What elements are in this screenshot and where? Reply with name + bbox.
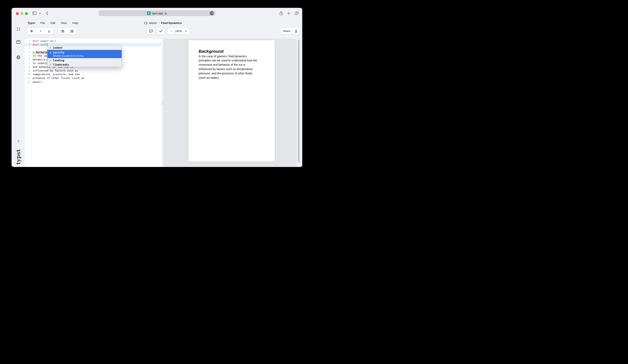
share-page-button[interactable] (279, 8, 284, 18)
underline-label: U (48, 29, 50, 33)
files-box-icon (16, 40, 20, 44)
code-text: presence of other fluids (such as (32, 76, 84, 79)
page-settings-button[interactable] (210, 11, 214, 15)
bullet-list-icon (60, 30, 64, 33)
site-favicon: t (147, 11, 151, 15)
preview-text-line: principles can be used to understand how… (199, 58, 257, 63)
app-menubar: TypstFileEditViewHelp Martin › Fluid Dyn… (11, 18, 302, 27)
zoom-out-button[interactable]: − (168, 28, 175, 34)
autocomplete-item-justify[interactable]: pjustifyWhether to justify text in its l… (47, 50, 122, 58)
app-menus: TypstFileEditViewHelp (28, 18, 78, 27)
minimize-window-button[interactable] (20, 12, 23, 15)
sidebar-icon (33, 11, 36, 15)
menu-item-view[interactable]: View (61, 21, 67, 24)
download-button[interactable] (292, 28, 299, 34)
bullet-list-button[interactable] (58, 28, 67, 34)
plus-icon (287, 12, 290, 15)
italic-label: I (40, 29, 41, 33)
autocomplete-popup: pindentpjustifyWhether to justify text i… (47, 45, 122, 67)
close-window-button[interactable] (16, 12, 19, 15)
document-title[interactable]: Fluid Dynamics (161, 21, 182, 24)
autocomplete-label: linebreaks (53, 63, 69, 66)
browser-titlebar: t typst.app (11, 8, 302, 18)
param-kind-icon: p (50, 46, 51, 49)
menu-item-file[interactable]: File (40, 21, 45, 24)
tab-overview-button[interactable] (294, 8, 299, 18)
menu-item-typst[interactable]: Typst (28, 21, 35, 24)
cloud-icon (144, 22, 148, 24)
breadcrumb[interactable]: Martin › Fluid Dynamics (144, 18, 182, 27)
site-url: typst.app (152, 12, 163, 15)
preview-paragraph: In the case of glaciers, fluid dynamicsp… (199, 54, 257, 80)
settings-button[interactable] (16, 55, 21, 60)
autocomplete-item-indent[interactable]: pindent (47, 46, 122, 50)
svg-text:2: 2 (70, 31, 71, 32)
typst-logo: typst (15, 149, 21, 164)
editor-toolbar: B I U 1 2 (11, 27, 302, 36)
italic-button[interactable]: I (36, 28, 45, 34)
code-line[interactable]: 9influenced by factors such as (25, 69, 161, 73)
preview-scroll-track (297, 39, 302, 167)
code-line[interactable]: 12water). (25, 80, 161, 84)
numbered-list-button[interactable]: 1 2 (67, 28, 76, 34)
lock-icon (164, 12, 167, 15)
traffic-lights (16, 12, 28, 15)
underline-button[interactable]: U (45, 28, 53, 34)
help-button[interactable]: ? (17, 140, 19, 144)
sidebar-toggle-button[interactable] (32, 8, 37, 18)
autocomplete-label: indent (53, 46, 63, 49)
autocomplete-item-linebreaks[interactable]: plinebreaks (47, 63, 122, 67)
comments-button[interactable] (147, 28, 155, 34)
preview-text-line: In the case of glaciers, fluid dynamics (199, 54, 257, 59)
line-number: 3 (25, 47, 32, 50)
pane-divider[interactable] (161, 39, 163, 167)
dashboard-button[interactable] (17, 27, 20, 31)
line-number: 8 (25, 66, 32, 69)
breadcrumb-workspace[interactable]: Martin (149, 21, 157, 24)
zoom-in-button[interactable]: + (182, 28, 189, 34)
numbered-list-icon: 1 2 (70, 30, 74, 33)
sidebar-menu-chevron[interactable] (38, 8, 42, 18)
preview-heading: Background (199, 49, 224, 54)
autocomplete-description: Whether to justify text in its line. (53, 55, 120, 57)
line-number: 2 (25, 43, 32, 46)
preview-page: Background In the case of glaciers, flui… (188, 40, 275, 162)
compile-status-button[interactable] (157, 28, 165, 34)
line-number: 12 (25, 80, 32, 83)
code-text: #set par() (32, 43, 48, 46)
download-icon (295, 29, 298, 33)
chevron-left-icon (46, 11, 48, 15)
preview-scrollbar[interactable] (298, 40, 300, 162)
new-tab-button[interactable] (286, 8, 291, 18)
code-line[interactable]: 1#set page("a6") (25, 39, 161, 43)
code-line[interactable]: 11presence of other fluids (such as (25, 76, 161, 80)
share-button[interactable]: Share (281, 28, 292, 34)
line-number: 1 (25, 39, 32, 42)
address-bar[interactable]: t typst.app (98, 10, 215, 16)
autocomplete-label: justify (53, 51, 64, 54)
back-button[interactable] (45, 8, 50, 18)
line-number: 10 (25, 73, 32, 76)
apps-grid-icon (17, 27, 20, 31)
code-editor-pane[interactable]: 1#set page("a6")2#set par()34= Backgroun… (25, 39, 161, 167)
autocomplete-item-leading[interactable]: pleading (47, 58, 122, 63)
line-number: 6 (25, 58, 32, 61)
tabs-icon (295, 11, 298, 15)
menu-item-help[interactable]: Help (72, 21, 78, 24)
code-line[interactable]: 10temperature, pressure, and the (25, 73, 161, 76)
comment-icon (149, 29, 153, 33)
code-text: #set page("a6") (32, 39, 56, 42)
menu-item-edit[interactable]: Edit (51, 21, 55, 24)
line-number: 7 (25, 62, 32, 65)
param-kind-icon: p (50, 63, 51, 66)
bold-button[interactable]: B (27, 28, 36, 34)
preview-text-line: influenced by factors such as temperatur… (199, 67, 257, 71)
svg-text:1: 1 (70, 30, 71, 31)
zoom-window-button[interactable] (25, 12, 28, 15)
drag-handle-icon (161, 101, 163, 105)
line-number: 11 (25, 77, 32, 79)
files-button[interactable] (16, 40, 20, 44)
browser-window: t typst.app (11, 8, 302, 167)
share-icon (280, 11, 283, 15)
zoom-level[interactable]: 140% (175, 28, 182, 34)
